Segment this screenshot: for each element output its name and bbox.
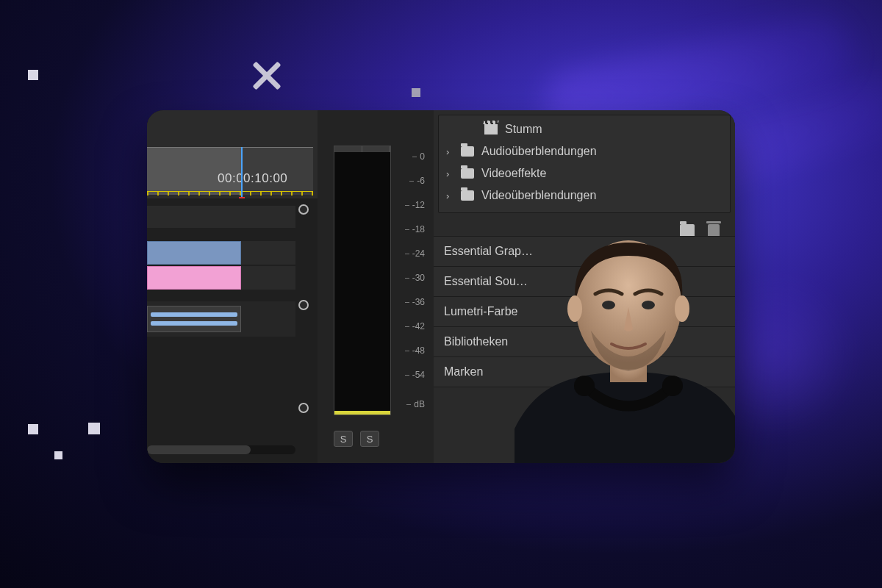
track-zoom-handle[interactable]	[298, 204, 309, 215]
video-clip[interactable]	[147, 241, 241, 265]
audio-meter-panel: 0 -6 -12 -18 -24 -30 -36 -42 -48 -54 dB …	[318, 110, 434, 463]
playhead[interactable]	[241, 147, 243, 197]
right-panels: Stumm › Audioüberblendungen › Videoeffek…	[434, 110, 735, 463]
video-track[interactable]	[147, 206, 295, 228]
app-window: 00:00:10:00 0 -6 -12	[147, 110, 735, 463]
chevron-right-icon: ›	[446, 190, 453, 201]
solo-button[interactable]: S	[334, 431, 353, 447]
tree-item[interactable]: › Audioüberblendungen	[439, 140, 730, 162]
tree-item[interactable]: › Videoeffekte	[439, 162, 730, 184]
folder-icon	[461, 168, 474, 179]
solo-button[interactable]: S	[360, 431, 379, 447]
chevron-right-icon: ›	[446, 168, 453, 179]
track-zoom-handle[interactable]	[298, 300, 309, 310]
video-track[interactable]	[147, 266, 295, 290]
timecode-display[interactable]: 00:00:10:00	[218, 171, 287, 186]
tree-label: Videoeffekte	[481, 167, 546, 180]
tree-label: Audioüberblendungen	[481, 145, 597, 158]
tree-label: Videoüberblendungen	[481, 189, 596, 202]
svg-point-2	[567, 295, 582, 322]
bg-dot	[54, 451, 62, 459]
tree-item-stumm[interactable]: Stumm	[439, 118, 730, 140]
preset-bin-icon	[484, 124, 498, 135]
timeline-panel: 00:00:10:00	[147, 110, 318, 463]
folder-icon	[461, 146, 474, 157]
svg-point-3	[675, 295, 689, 322]
bg-dot	[28, 424, 38, 434]
bg-dot	[412, 88, 420, 97]
svg-point-4	[602, 301, 615, 309]
video-clip[interactable]	[147, 266, 241, 290]
close-icon	[248, 57, 285, 94]
audio-meter	[334, 146, 391, 415]
svg-point-7	[662, 376, 683, 396]
webcam-overlay	[514, 220, 735, 463]
ruler-ticks	[147, 191, 313, 196]
db-scale: 0 -6 -12 -18 -24 -30 -36 -42 -48 -54 dB	[395, 146, 428, 415]
chevron-right-icon: ›	[446, 146, 453, 157]
audio-clip[interactable]	[147, 306, 241, 332]
svg-point-5	[642, 301, 655, 309]
horizontal-scrollbar[interactable]	[147, 445, 295, 454]
tree-item[interactable]: › Videoüberblendungen	[439, 184, 730, 207]
tracks	[147, 198, 318, 463]
svg-point-6	[574, 376, 595, 396]
tree-label: Stumm	[505, 123, 542, 136]
video-track[interactable]	[147, 241, 295, 265]
track-zoom-handle[interactable]	[298, 403, 309, 413]
bg-dot	[88, 423, 100, 434]
bg-dot	[28, 70, 38, 80]
effects-tree: Stumm › Audioüberblendungen › Videoeffek…	[438, 115, 731, 213]
audio-track[interactable]	[147, 301, 295, 337]
folder-icon	[461, 190, 474, 201]
